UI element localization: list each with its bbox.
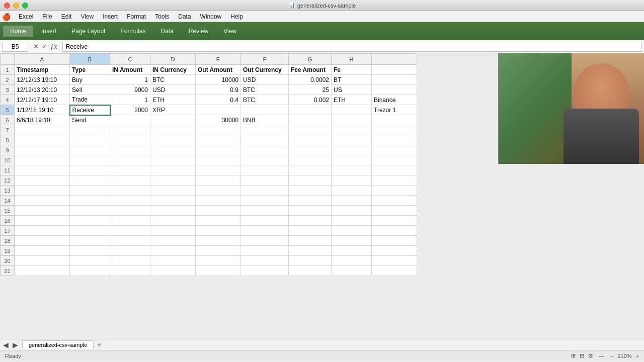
cell-c17[interactable] [110,226,150,236]
cell-a3[interactable]: 12/12/13 20:10 [15,85,70,95]
cell-e13[interactable] [196,186,241,196]
cell-g9[interactable] [289,145,332,155]
cell-g7[interactable] [289,125,332,135]
cell-e3[interactable]: 0.9 [196,85,241,95]
apple-menu[interactable]: 🍎 [2,13,11,21]
cell-f9[interactable] [241,145,289,155]
col-header-d[interactable]: D [150,54,196,65]
cell-a18[interactable] [15,236,70,246]
cell-f15[interactable] [241,206,289,216]
cell-g6[interactable] [289,115,332,125]
cell-f13[interactable] [241,186,289,196]
col-header-i[interactable] [372,54,417,65]
cell-g14[interactable] [289,196,332,206]
cell-d19[interactable] [150,246,196,256]
cell-d11[interactable] [150,165,196,175]
cell-a17[interactable] [15,226,70,236]
cell-i8[interactable] [372,135,417,145]
col-header-a[interactable]: A [15,54,70,65]
cell-b4[interactable]: Trade [70,95,110,105]
cell-e7[interactable] [196,125,241,135]
cell-h1[interactable]: Fe [332,65,372,75]
cell-i18[interactable] [372,236,417,246]
cell-d2[interactable]: BTC [150,75,196,85]
menu-file[interactable]: File [38,12,56,21]
tab-view[interactable]: View [216,26,244,37]
cell-b1[interactable]: Type [70,65,110,75]
cell-e5[interactable] [196,105,241,115]
cell-a6[interactable]: 6/6/18 19:10 [15,115,70,125]
cell-f14[interactable] [241,196,289,206]
cell-g17[interactable] [289,226,332,236]
zoom-out-button[interactable]: − [610,353,613,359]
row-header-21[interactable]: 21 [1,266,15,276]
cell-c13[interactable] [110,186,150,196]
col-header-h[interactable]: H [332,54,372,65]
cell-b2[interactable]: Buy [70,75,110,85]
cell-i16[interactable] [372,216,417,226]
cell-h10[interactable] [332,155,372,165]
cell-i3[interactable] [372,85,417,95]
add-sheet-button[interactable]: ＋ [96,340,103,349]
cell-h20[interactable] [332,256,372,266]
cell-c16[interactable] [110,216,150,226]
cell-d20[interactable] [150,256,196,266]
cell-d12[interactable] [150,175,196,186]
cell-b20[interactable] [70,256,110,266]
menu-edit[interactable]: Edit [57,12,76,21]
cell-b10[interactable] [70,155,110,165]
cell-c10[interactable] [110,155,150,165]
cell-d5[interactable]: XRP [150,105,196,115]
zoom-in-button[interactable]: + [636,353,639,359]
row-header-18[interactable]: 18 [1,236,15,246]
cell-f16[interactable] [241,216,289,226]
cell-i5[interactable]: Trezor 1 [372,105,417,115]
cell-d18[interactable] [150,236,196,246]
cell-a16[interactable] [15,216,70,226]
tab-page-layout[interactable]: Page Layout [64,26,112,37]
cell-h13[interactable] [332,186,372,196]
cell-g8[interactable] [289,135,332,145]
cell-b16[interactable] [70,216,110,226]
maximize-button[interactable] [22,3,28,9]
cell-f6[interactable]: BNB [241,115,289,125]
row-header-5[interactable]: 5 [1,105,15,115]
cell-b21[interactable] [70,266,110,276]
cell-i21[interactable] [372,266,417,276]
cell-c15[interactable] [110,206,150,216]
tab-review[interactable]: Review [182,26,215,37]
cell-e20[interactable] [196,256,241,266]
cell-b3[interactable]: Sell [70,85,110,95]
tab-insert[interactable]: Insert [34,26,63,37]
cell-e15[interactable] [196,206,241,216]
cell-i10[interactable] [372,155,417,165]
cell-f7[interactable] [241,125,289,135]
cell-f21[interactable] [241,266,289,276]
cell-e14[interactable] [196,196,241,206]
cell-g19[interactable] [289,246,332,256]
cell-e10[interactable] [196,155,241,165]
cell-c9[interactable] [110,145,150,155]
cell-a7[interactable] [15,125,70,135]
row-header-7[interactable]: 7 [1,125,15,135]
cell-f8[interactable] [241,135,289,145]
cell-f11[interactable] [241,165,289,175]
cell-c1[interactable]: IN Amount [110,65,150,75]
normal-view-button[interactable]: ⊞ [571,352,576,359]
cell-i11[interactable] [372,165,417,175]
cell-d6[interactable] [150,115,196,125]
cell-d17[interactable] [150,226,196,236]
close-button[interactable] [4,3,10,9]
cell-h16[interactable] [332,216,372,226]
cell-f1[interactable]: Out Currency [241,65,289,75]
cell-g21[interactable] [289,266,332,276]
cell-a19[interactable] [15,246,70,256]
row-header-20[interactable]: 20 [1,256,15,266]
cell-f4[interactable]: BTC [241,95,289,105]
cell-h8[interactable] [332,135,372,145]
cell-b17[interactable] [70,226,110,236]
cell-c4[interactable]: 1 [110,95,150,105]
cell-d21[interactable] [150,266,196,276]
cell-f17[interactable] [241,226,289,236]
cell-a13[interactable] [15,186,70,196]
